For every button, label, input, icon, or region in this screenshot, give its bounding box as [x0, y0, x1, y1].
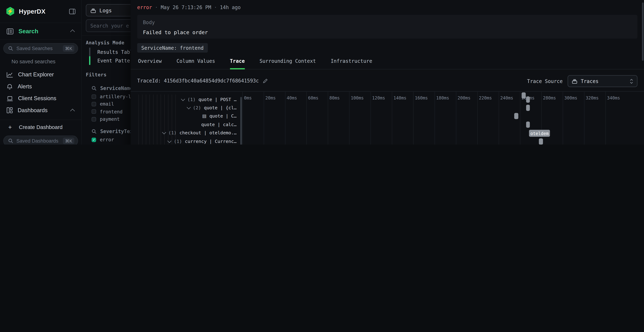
filter-option[interactable]: artillery-loa [92, 93, 130, 100]
axis-tick-label: 120ms [372, 95, 385, 100]
filter-groups: ServiceNameartillery-loaemailfrontendpay… [82, 80, 130, 144]
sidebar-item-chart-explorer[interactable]: Chart Explorer [0, 68, 82, 80]
chevron-down-icon[interactable] [162, 130, 166, 134]
source-select-value: Logs [100, 7, 112, 13]
grid-line [392, 91, 392, 144]
tab-trace[interactable]: Trace [230, 58, 245, 70]
span-duration-bar[interactable] [526, 122, 530, 128]
servicename-search-icon[interactable] [92, 86, 96, 91]
event-search-input[interactable]: Search your e [86, 19, 130, 32]
grid-line [285, 91, 285, 144]
span-duration-bar[interactable] [539, 138, 543, 144]
span-duration-bar[interactable] [514, 113, 518, 119]
filter-option[interactable]: frontend [92, 108, 130, 116]
filter-option-label: payment [100, 116, 120, 122]
trace-source-label: Trace Source [527, 78, 562, 84]
axis-tick-label: 240ms [500, 95, 513, 100]
span-duration-bar[interactable] [526, 96, 530, 102]
plus-icon: + [8, 124, 16, 130]
saved-searches-input[interactable]: Saved Searches ⌘K [3, 43, 78, 54]
service-name-chip[interactable]: ServiceName: frontend [137, 43, 208, 52]
collapse-sidebar-icon[interactable] [69, 8, 76, 14]
saved-searches-placeholder: Saved Searches [16, 46, 63, 51]
filter-option[interactable]: ✓error [92, 136, 130, 144]
tab-surrounding-context[interactable]: Surrounding Context [260, 58, 316, 70]
filter-option[interactable]: email [92, 100, 130, 108]
span-label: quote | {cl… [204, 105, 236, 110]
event-detail-panel: error · May 26 7:13:26 PM · 14h ago Body… [130, 0, 644, 144]
search-section-icon [6, 28, 14, 34]
axis-tick-label: 80ms [329, 95, 340, 100]
span-tree-row[interactable]: ▤quote | C… [130, 112, 239, 120]
checkbox[interactable] [92, 94, 96, 99]
chevron-down-icon[interactable] [186, 105, 191, 109]
checkbox[interactable] [92, 117, 96, 121]
axis-tick-label: 180ms [436, 95, 449, 100]
filter-group-name: ServiceName [100, 86, 130, 91]
checkbox[interactable] [92, 102, 96, 106]
edit-pencil-icon[interactable] [263, 78, 268, 84]
grid-line [242, 91, 243, 144]
hyperdx-logo-icon: ⚡ [6, 7, 15, 16]
sidebar-item-search[interactable]: Search [0, 23, 82, 40]
grid-line [562, 91, 563, 144]
trace-source-select[interactable]: Traces [568, 75, 638, 87]
panel-scrollbar[interactable] [642, 2, 644, 61]
grid-line [413, 91, 414, 144]
database-icon [572, 78, 578, 84]
tab-overview[interactable]: Overview [138, 58, 162, 70]
analysis-mode-option[interactable]: Event Patterns [89, 56, 130, 65]
log-event-icon: ▤ [202, 114, 206, 118]
tab-infrastructure[interactable]: Infrastructure [331, 58, 372, 70]
span-label: quote | C… [209, 114, 236, 119]
sidebar-item-dashboards[interactable]: Dashboards [0, 104, 82, 116]
divider [0, 120, 82, 120]
mode-indicator [89, 56, 90, 65]
span-tree-row[interactable]: (1)quote | POST … [130, 95, 239, 104]
source-select[interactable]: Logs [86, 4, 130, 16]
trace-id-value: TraceId: 4156d3fbc40a64854d9dc7f68641593… [137, 78, 259, 84]
chevron-down-icon[interactable] [168, 139, 172, 143]
trace-waterfall[interactable]: 0ms20ms40ms60ms80ms100ms120ms140ms160ms1… [130, 91, 644, 144]
filter-option-label: artillery-loa [100, 94, 130, 100]
axis-tick-label: 40ms [287, 95, 297, 100]
checkbox[interactable] [92, 109, 96, 114]
span-tree-row[interactable]: (1)checkout | oteldemo.… [130, 129, 239, 137]
sidebar-item-client-sessions[interactable]: Client Sessions [0, 92, 82, 104]
span-duration-bar[interactable] [522, 92, 526, 98]
span-tree-row[interactable]: quote | calc… [130, 120, 239, 129]
laptop-icon [6, 96, 13, 101]
tree-scrollbar[interactable] [240, 97, 242, 144]
span-duration-bar[interactable]: oteldem [529, 130, 550, 137]
detail-tabs: Overview Column Values Trace Surrounding… [130, 54, 644, 70]
shortcut-badge: ⌘K [63, 45, 74, 52]
no-saved-searches-note: No saved searches [12, 59, 81, 64]
grid-line [434, 91, 435, 144]
filter-group-header: ServiceName [92, 86, 130, 91]
analysis-mode-option[interactable]: Results Table [89, 48, 130, 56]
grid-line [477, 91, 478, 144]
grid-line [328, 91, 328, 144]
axis-tick-label: 320ms [586, 95, 599, 100]
divider [82, 35, 130, 36]
sidebar-item-alerts[interactable]: Alerts [0, 80, 82, 92]
span-duration-bar[interactable] [526, 105, 530, 111]
span-tree-row[interactable]: (2)quote | {cl… [130, 104, 239, 112]
mode-indicator [89, 48, 90, 56]
tab-column-values[interactable]: Column Values [176, 58, 215, 70]
sidebar-item-label: Client Sessions [18, 95, 75, 102]
saved-dashboards-input[interactable]: Saved Dashboards ⌘K [3, 136, 78, 144]
event-summary-line: error · May 26 7:13:26 PM · 14h ago [137, 4, 241, 10]
span-tree-row[interactable]: (1)currency | Currenc… [130, 137, 239, 144]
body-value: Failed to place order [143, 29, 632, 35]
create-dashboard-button[interactable]: + Create Dashboard [0, 122, 82, 132]
severitytext-search-icon[interactable] [92, 129, 96, 134]
grid-line [264, 91, 264, 144]
dashboards-grid-icon [6, 107, 13, 113]
axis-tick-label: 280ms [543, 95, 556, 100]
chevron-down-icon[interactable] [181, 97, 185, 101]
sidebar-item-label: Search [18, 28, 72, 34]
checkbox[interactable]: ✓ [92, 138, 96, 142]
filter-option[interactable]: payment [92, 116, 130, 123]
filter-option-label: frontend [100, 109, 122, 114]
